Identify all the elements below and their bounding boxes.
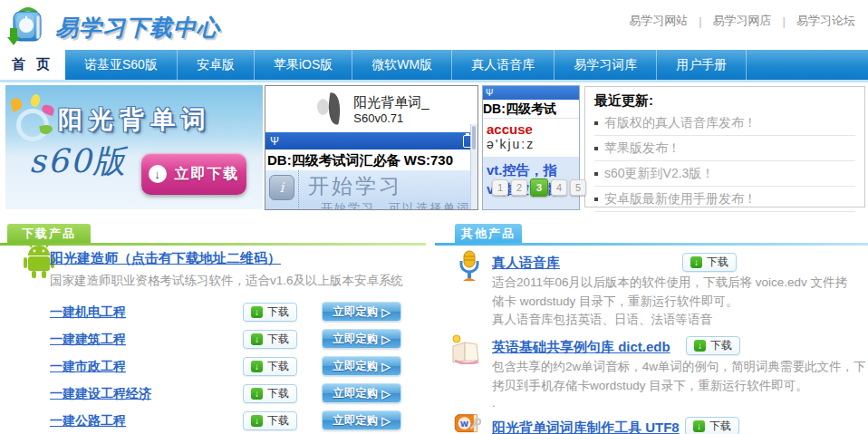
svg-text:w: w xyxy=(460,418,469,429)
order-now-button[interactable]: 立即定购 ▷ xyxy=(322,356,401,376)
bullet-icon xyxy=(594,121,598,125)
pagination-page[interactable]: 5 xyxy=(570,179,586,196)
main-nav: 首 页 诺基亚S60版安卓版苹果iOS版微软WM版真人语音库易学习词库用户手册 xyxy=(0,50,868,80)
chevron-right-icon: ▷ xyxy=(381,305,391,319)
header: 易学习下载中心 易学习网站 | 易学习网店 | 易学习论坛 xyxy=(0,0,868,50)
site-title: 易学习下载中心 xyxy=(55,13,220,43)
product-link-dictmaker[interactable]: 阳光背单词词库制作工具 UTF8 xyxy=(492,420,680,434)
nav-items: 诺基亚S60版安卓版苹果iOS版微软WM版真人语音库易学习词库用户手册 xyxy=(65,50,747,80)
download-arrow-icon: ↓ xyxy=(690,256,702,268)
product-desc-line: 拷贝到手机存储卡wordstudy 目录下，重新运行软件即可。 xyxy=(492,378,808,394)
featured-product-desc: 国家建造师职业资格考试练习软件，适合v1.6及以上版本安卓系统 xyxy=(50,273,403,289)
product-link[interactable]: 一建建设工程经济 xyxy=(50,386,151,402)
blue-divider-bar xyxy=(435,243,868,246)
nav-item[interactable]: 苹果iOS版 xyxy=(255,50,352,80)
product-row: 一建建设工程经济 ↓ 下载 立即定购 ▷ xyxy=(50,381,412,408)
promo-banner: 阳光背单词 s60版 ↓ 立即下载 xyxy=(5,85,263,209)
order-now-button[interactable]: 立即定购 ▷ xyxy=(322,329,401,349)
product-row: 一建建筑工程 ↓ 下载 立即定购 ▷ xyxy=(50,326,412,353)
download-button[interactable]: ↓ 下载 xyxy=(685,417,739,434)
download-arrow-icon: ↓ xyxy=(694,340,706,352)
product-link[interactable]: 一建市政工程 xyxy=(50,359,126,375)
tool-book-icon: w xyxy=(451,413,484,434)
bullet-icon xyxy=(594,147,598,150)
download-arrow-icon: ↓ xyxy=(251,333,263,345)
update-item: 有版权的真人语音库发布！ xyxy=(594,111,855,136)
product-row: 一建公路工程 ↓ 下载 立即定购 ▷ xyxy=(50,408,412,434)
download-arrow-icon: ↓ xyxy=(149,165,167,183)
top-link-forum[interactable]: 易学习论坛 xyxy=(796,13,855,29)
tab-download-products[interactable]: 下载产品 xyxy=(7,224,91,243)
top-link-website[interactable]: 易学习网站 xyxy=(629,13,688,29)
download-button[interactable]: ↓ 下载 xyxy=(243,411,297,430)
banner-download-label: 立即下载 xyxy=(175,165,240,184)
pagination-page[interactable]: 4 xyxy=(551,179,567,196)
screenshot-pagination: 12345 xyxy=(492,178,586,197)
nav-item-home[interactable]: 首 页 xyxy=(0,50,65,80)
tab-other-products[interactable]: 其他产品 xyxy=(455,224,522,243)
nav-item[interactable]: 用户手册 xyxy=(657,50,747,80)
update-item-text: 安卓版最新使用手册发布！ xyxy=(604,191,757,207)
download-label: 下载 xyxy=(267,413,289,429)
info-icon: i xyxy=(269,175,294,200)
chevron-right-icon: ▷ xyxy=(381,414,391,428)
update-item-text: 苹果版发布！ xyxy=(604,140,680,157)
download-label: 下载 xyxy=(267,386,289,401)
menu-selected-row: i 开始学习 开始学习，可以选择单词 xyxy=(265,170,477,210)
nav-item[interactable]: 微软WM版 xyxy=(352,50,452,80)
download-button[interactable]: ↓ 下载 xyxy=(686,336,740,355)
db-info-line: DB:四级考试词汇必备 WS:730 xyxy=(265,149,477,170)
order-label: 立即定购 xyxy=(333,413,378,429)
download-button[interactable]: ↓ 下载 xyxy=(243,357,297,376)
update-item: 苹果版发布！ xyxy=(594,136,855,161)
download-button[interactable]: ↓ 下载 xyxy=(243,303,297,322)
featured-product-link[interactable]: 阳光建造师（点击有下载地址二维码） xyxy=(50,250,281,267)
product-link-sentences[interactable]: 英语基础共享例句库 dict.edb xyxy=(492,339,670,356)
app-logo-icon xyxy=(313,92,348,128)
menu-item-sublabel: 开始学习，可以选择单词 xyxy=(321,200,470,210)
nav-item[interactable]: 安卓版 xyxy=(178,50,255,80)
updates-title: 最近更新: xyxy=(594,92,855,110)
banner-edition: s60版 xyxy=(29,140,127,184)
download-arrow-icon: ↓ xyxy=(251,415,263,427)
pagination-page[interactable]: 1 xyxy=(492,179,508,196)
status-bar: Ψ xyxy=(265,132,477,149)
top-link-shop[interactable]: 易学习网店 xyxy=(713,13,772,29)
db-info-line: DB:四级考试 xyxy=(483,100,579,119)
update-item: s60更新到V2.3版！ xyxy=(594,161,855,187)
product-link-voice[interactable]: 真人语音库 xyxy=(492,255,560,272)
update-item-text: 有版权的真人语音库发布！ xyxy=(604,115,757,131)
download-button[interactable]: ↓ 下载 xyxy=(243,384,297,403)
meaning-vt: vt.控告，指 xyxy=(487,160,575,179)
green-divider-bar xyxy=(0,243,426,246)
download-arrow-icon: ↓ xyxy=(251,361,263,372)
product-link[interactable]: 一建机电工程 xyxy=(50,304,126,321)
order-now-button[interactable]: 立即定购 ▷ xyxy=(322,383,401,403)
download-label: 下载 xyxy=(710,338,732,353)
download-button[interactable]: ↓ 下载 xyxy=(243,330,297,349)
download-label: 下载 xyxy=(267,332,289,347)
splash-decoration-icon xyxy=(9,94,56,141)
order-now-button[interactable]: 立即定购 ▷ xyxy=(322,410,401,430)
banner-download-button[interactable]: ↓ 立即下载 xyxy=(141,153,246,195)
nav-item[interactable]: 诺基亚S60版 xyxy=(65,50,178,80)
nav-item[interactable]: 易学习词库 xyxy=(555,50,657,80)
nav-item[interactable]: 真人语音库 xyxy=(452,50,555,80)
product-desc-line: 储卡 wordstudy 目录下，重新运行软件即可。 xyxy=(492,294,738,310)
product-row: 一建机电工程 ↓ 下载 立即定购 ▷ xyxy=(50,299,412,326)
pagination-page[interactable]: 2 xyxy=(511,179,527,196)
order-now-button[interactable]: 立即定购 ▷ xyxy=(322,302,401,322)
download-button[interactable]: ↓ 下载 xyxy=(682,253,737,272)
product-link[interactable]: 一建公路工程 xyxy=(50,413,126,429)
screenshot-scrollbar xyxy=(470,124,477,209)
download-label: 下载 xyxy=(709,419,731,434)
app-screenshot-splash: 阳光背单词_ S60v0.71 Ψ DB:四级考试词汇必备 WS:730 i 开… xyxy=(265,85,478,210)
backpack-download-icon xyxy=(7,5,49,50)
site-logo[interactable]: 易学习下载中心 xyxy=(7,5,220,50)
product-desc-line: 包含共享的约2w单词音标，4w单词的例句，简明词典需要此文件，下 xyxy=(492,359,866,375)
pagination-page[interactable]: 3 xyxy=(530,178,548,197)
product-link[interactable]: 一建建筑工程 xyxy=(50,332,126,348)
updates-list: 有版权的真人语音库发布！ 苹果版发布！ s60更新到V2.3版！ 安卓版最新使用… xyxy=(594,111,855,212)
order-label: 立即定购 xyxy=(333,332,378,347)
separator: | xyxy=(699,14,701,28)
